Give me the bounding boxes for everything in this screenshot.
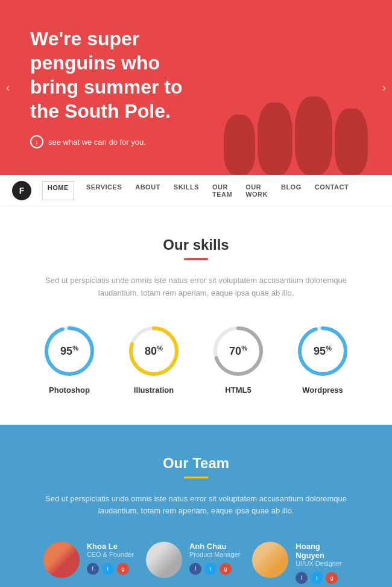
social-icons: f t g <box>189 563 240 575</box>
social-twitter[interactable]: t <box>204 563 217 575</box>
team-title: Our Team <box>163 455 229 478</box>
social-twitter[interactable]: t <box>311 572 323 584</box>
hero-prev-arrow[interactable]: ‹ <box>6 81 10 94</box>
social-facebook[interactable]: f <box>87 563 99 575</box>
nav-team[interactable]: OUR TEAM <box>211 181 233 200</box>
penguin-4 <box>335 109 368 175</box>
skills-section: Our skills Sed ut perspiciatis unde omni… <box>0 206 392 425</box>
nav-about[interactable]: ABOUT <box>134 181 162 200</box>
skill-label: Illustration <box>134 386 174 395</box>
penguin-1 <box>224 115 255 175</box>
penguin-3 <box>295 97 332 175</box>
team-name: Anh Chau <box>189 542 240 551</box>
hero-content: We're super penguins who bring summer to… <box>0 2 216 173</box>
team-card: Khoa Le CEO & Founder f t g <box>43 542 134 584</box>
team-avatar <box>252 542 288 578</box>
penguin-2 <box>258 103 292 175</box>
team-avatar <box>146 542 182 578</box>
team-role: CEO & Founder <box>87 551 134 558</box>
nav-services[interactable]: SERVICES <box>85 181 123 200</box>
team-card: Hoang Nguyen UI/UX Designer f t g <box>252 542 349 584</box>
skill-item: 95% Photoshop <box>42 324 96 395</box>
navbar: F HOME SERVICES ABOUT SKILLS OUR TEAM OU… <box>0 175 392 206</box>
nav-links: HOME SERVICES ABOUT SKILLS OUR TEAM OUR … <box>42 181 350 200</box>
hero-next-arrow[interactable]: › <box>382 81 386 94</box>
team-section: Our Team Sed ut perspiciatis unde omnis … <box>0 425 392 587</box>
nav-skills[interactable]: SKILLS <box>172 181 200 200</box>
team-card: Anh Chau Product Manager f t g <box>146 542 240 584</box>
social-icons: f t g <box>296 572 349 584</box>
team-avatar <box>43 542 80 578</box>
nav-contact[interactable]: CONTACT <box>314 181 350 200</box>
skills-grid: 95% Photoshop 80% Illustration 70% HTML5… <box>24 324 368 395</box>
skill-label: HTML5 <box>225 386 251 395</box>
skill-item: 95% Wordpress <box>296 324 350 395</box>
social-google[interactable]: g <box>326 572 338 584</box>
social-twitter[interactable]: t <box>102 563 114 575</box>
skill-percent: 95% <box>314 344 332 358</box>
team-subtitle: Sed ut perspiciatis unde omnis iste natu… <box>24 493 368 518</box>
hero-cta-icon: ↓ <box>30 135 43 148</box>
skill-item: 70% HTML5 <box>211 324 265 395</box>
social-facebook[interactable]: f <box>189 563 201 575</box>
skill-percent: 95% <box>60 344 78 358</box>
skill-label: Wordpress <box>302 386 343 395</box>
social-google[interactable]: g <box>117 563 129 575</box>
team-grid: Khoa Le CEO & Founder f t g Anh Chau Pro… <box>24 542 368 584</box>
skill-circle: 95% <box>296 324 350 378</box>
hero-illustration <box>211 30 380 175</box>
team-role: Product Manager <box>189 551 240 558</box>
hero-title: We're super penguins who bring summer to… <box>30 27 186 123</box>
team-info: Khoa Le CEO & Founder f t g <box>87 542 134 575</box>
social-google[interactable]: g <box>220 563 232 575</box>
nav-home[interactable]: HOME <box>42 181 74 200</box>
skill-circle: 70% <box>211 324 265 378</box>
skill-circle: 80% <box>127 324 181 378</box>
skill-percent: 80% <box>145 344 163 358</box>
hero-section: ‹ We're super penguins who bring summer … <box>0 0 392 175</box>
skill-percent: 70% <box>229 344 247 358</box>
nav-logo[interactable]: F <box>12 181 31 200</box>
skill-label: Photoshop <box>49 386 90 395</box>
skill-circle: 95% <box>42 324 96 378</box>
nav-work[interactable]: OUR WORK <box>244 181 269 200</box>
hero-cta-text: see what we can do for you. <box>48 138 146 147</box>
social-facebook[interactable]: f <box>296 572 308 584</box>
skill-item: 80% Illustration <box>127 324 181 395</box>
nav-blog[interactable]: BLOG <box>280 181 303 200</box>
team-role: UI/UX Designer <box>296 560 349 567</box>
skills-title: Our skills <box>163 236 229 260</box>
team-info: Hoang Nguyen UI/UX Designer f t g <box>296 542 349 584</box>
team-name: Hoang Nguyen <box>296 542 349 560</box>
team-info: Anh Chau Product Manager f t g <box>189 542 240 575</box>
skills-subtitle: Sed ut perspiciatis unde omnis iste natu… <box>24 274 368 300</box>
team-name: Khoa Le <box>87 542 134 551</box>
hero-cta[interactable]: ↓ see what we can do for you. <box>30 135 186 148</box>
social-icons: f t g <box>87 563 134 575</box>
